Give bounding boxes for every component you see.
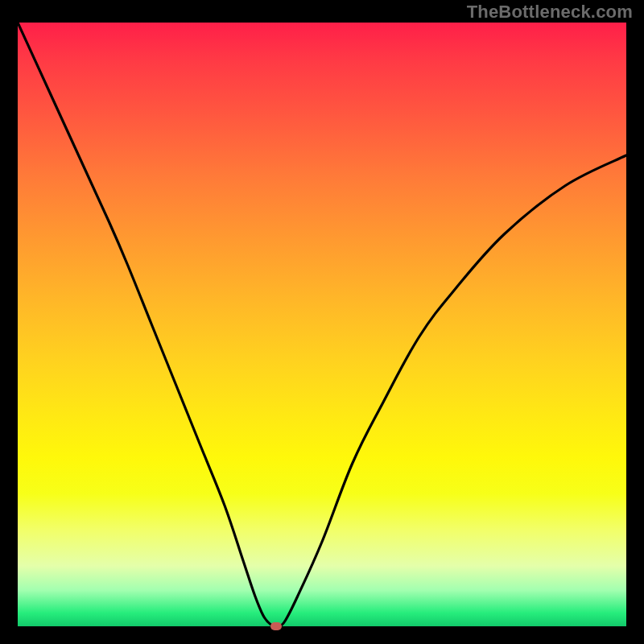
watermark-text: TheBottleneck.com (467, 2, 633, 23)
minimum-marker (270, 622, 282, 630)
chart-frame: TheBottleneck.com (0, 0, 644, 644)
plot-area (18, 23, 626, 626)
bottleneck-curve (18, 23, 626, 626)
curve-path (18, 23, 626, 626)
